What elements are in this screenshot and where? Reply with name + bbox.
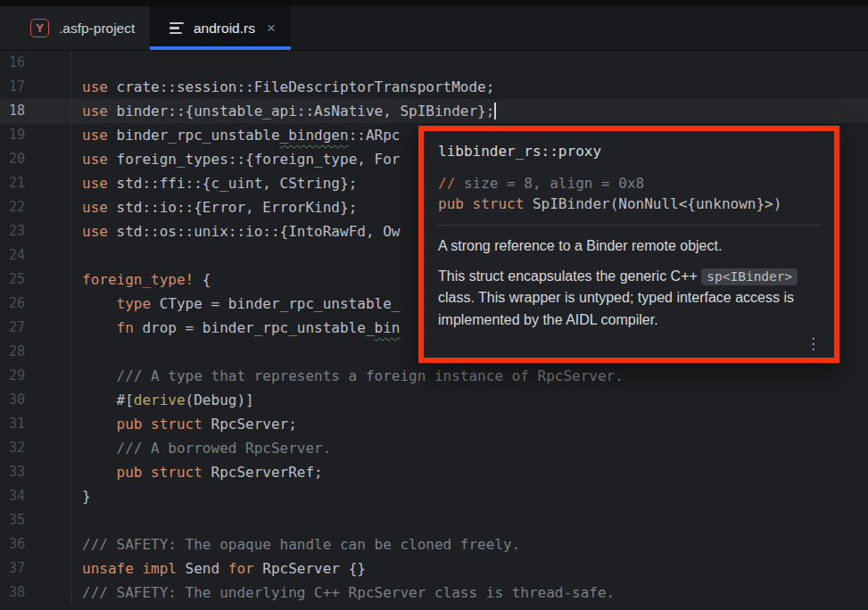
project-tab[interactable]: Y .asfp-project [0,6,150,50]
code-line-text: pub struct RpcServerRef; [71,460,323,484]
code-line[interactable]: 38/// SAFETY: The underlying C++ RpcServ… [0,581,868,605]
code-line-text [71,243,82,268]
code-line[interactable]: 37unsafe impl Send for RpcServer {} [0,556,868,581]
code-line[interactable]: 35 [0,508,868,532]
code-line-text: /// SAFETY: The underlying C++ RpcServer… [71,581,615,605]
inline-code-chip: sp<IBinder> [701,268,798,285]
file-type-icon [169,22,184,35]
gutter-line-number[interactable]: 22 [0,195,71,219]
code-line-text: unsafe impl Send for RpcServer {} [71,556,366,581]
gutter-line-number[interactable]: 19 [0,123,71,147]
popup-description-2: This struct encapsulates the generic C++… [438,266,820,332]
gutter-line-number[interactable]: 38 [0,581,71,605]
text-caret [494,103,496,120]
code-line[interactable]: 30 #[derive(Debug)] [0,388,868,412]
gutter-line-number[interactable]: 21 [0,171,71,195]
gutter-line-number[interactable]: 20 [0,147,71,171]
gutter-line-number[interactable]: 17 [0,75,71,99]
gutter-line-number[interactable]: 33 [0,460,71,484]
code-line-text: /// A borrowed RpcServer. [71,436,331,460]
code-line-text: foreign_type! { [71,268,211,292]
gutter-line-number[interactable]: 27 [0,316,71,340]
gutter-line-number[interactable]: 32 [0,436,71,460]
code-line-text: /// A type that represents a foreign ins… [71,364,624,388]
gutter-line-number[interactable]: 34 [0,484,71,508]
code-line[interactable]: 18use binder::{unstable_api::AsNative, S… [0,99,868,123]
code-line-text: use binder_rpc_unstable_bindgen::ARpc [71,123,400,147]
code-line-text: } [71,484,91,508]
code-line-text [71,508,82,532]
code-line[interactable]: 33 pub struct RpcServerRef; [0,460,868,484]
gutter-line-number[interactable]: 18 [0,99,71,123]
editor-tab-label: android.rs [194,21,255,37]
project-tab-label: .asfp-project [59,21,135,37]
popup-size-comment: // size = 8, align = 0x8 [438,173,820,194]
code-line-text [71,51,82,75]
documentation-popup: libbinder_rs::proxy // size = 8, align =… [418,126,839,363]
code-line-text: pub struct RpcServer; [71,412,297,436]
code-line-text: /// SAFETY: The opaque handle can be clo… [71,532,520,556]
popup-description-1: A strong reference to a Binder remote ob… [438,235,820,258]
window-top-strip [0,0,868,6]
code-line[interactable]: 16 [0,51,868,75]
popup-signature-block: // size = 8, align = 0x8 pub struct SpIB… [438,173,820,214]
popup-struct-signature: pub struct SpIBinder(NonNull<{unknown}>) [438,194,820,214]
gutter-line-number[interactable]: 25 [0,268,71,292]
gutter-line-number[interactable]: 28 [0,340,71,364]
code-line-text: use binder::{unstable_api::AsNative, SpI… [71,99,496,123]
code-line-text: use crate::session::FileDescriptorTransp… [71,75,494,99]
editor-tab-android-rs[interactable]: android.rs × [150,6,291,50]
code-line-text: fn drop = binder_rpc_unstable_bin [71,316,400,340]
gutter-line-number[interactable]: 26 [0,292,71,316]
gutter-line-number[interactable]: 16 [0,51,71,75]
gutter-line-number[interactable]: 36 [0,532,71,556]
code-line-text: use std::os::unix::io::{IntoRawFd, Ow [71,219,400,243]
code-line[interactable]: 34} [0,484,868,508]
popup-divider [438,225,820,226]
code-line-text: use std::ffi::{c_uint, CString}; [71,171,357,195]
code-line-text: use std::io::{Error, ErrorKind}; [71,195,357,219]
gutter-line-number[interactable]: 29 [0,364,71,388]
code-line[interactable]: 36/// SAFETY: The opaque handle can be c… [0,532,868,556]
gutter-line-number[interactable]: 37 [0,556,71,581]
code-line-text: type CType = binder_rpc_unstable_ [71,292,400,316]
close-tab-icon[interactable]: × [265,19,277,37]
popup-more-options-icon[interactable]: ⋮ [801,334,825,354]
gutter-line-number[interactable]: 23 [0,219,71,243]
popup-namespace: libbinder_rs::proxy [438,143,820,160]
documentation-popup-content: libbinder_rs::proxy // size = 8, align =… [424,131,834,358]
code-line[interactable]: 17use crate::session::FileDescriptorTran… [0,75,868,99]
gutter-line-number[interactable]: 30 [0,388,71,412]
code-line-text: #[derive(Debug)] [71,388,254,412]
code-line-text [71,340,82,364]
gutter-line-number[interactable]: 24 [0,243,71,268]
gutter-line-number[interactable]: 35 [0,508,71,532]
code-line[interactable]: 29 /// A type that represents a foreign … [0,364,868,388]
project-logo-icon: Y [30,19,49,37]
code-line[interactable]: 32 /// A borrowed RpcServer. [0,436,868,460]
gutter-line-number[interactable]: 31 [0,412,71,436]
code-line-text: use foreign_types::{foreign_type, For [71,147,400,171]
code-line[interactable]: 31 pub struct RpcServer; [0,412,868,436]
tab-bar: Y .asfp-project android.rs × [0,6,868,51]
